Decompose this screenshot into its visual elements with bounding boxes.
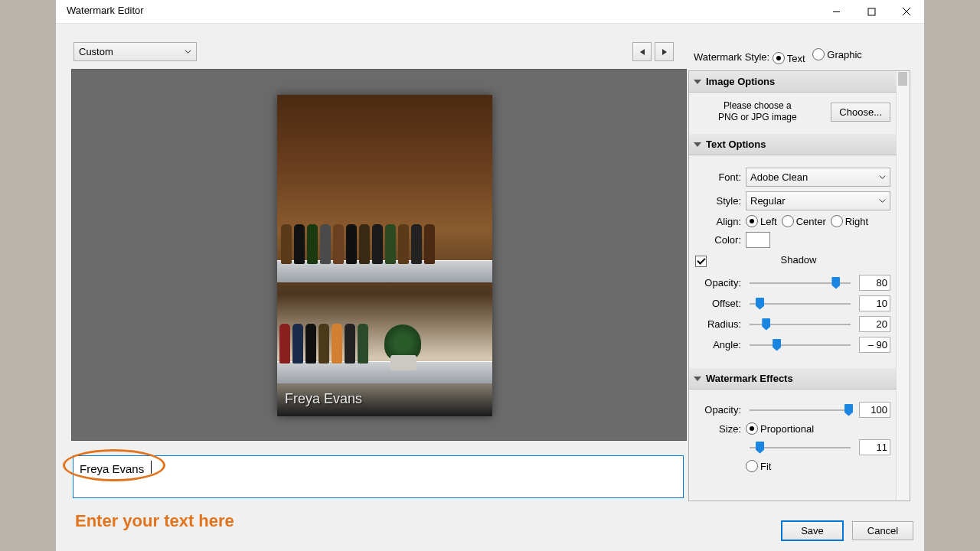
svg-marker-5 bbox=[662, 49, 667, 55]
close-button[interactable] bbox=[889, 0, 924, 23]
style-graphic-radio[interactable]: Graphic bbox=[812, 48, 862, 60]
shadow-opacity-slider[interactable] bbox=[747, 276, 853, 290]
photo-pot bbox=[390, 355, 416, 370]
triangle-left-icon bbox=[639, 48, 645, 56]
chevron-down-icon bbox=[879, 174, 886, 181]
font-dropdown[interactable]: Adobe Clean bbox=[746, 168, 890, 187]
preset-value: Custom bbox=[79, 46, 113, 57]
save-button[interactable]: Save bbox=[782, 521, 843, 540]
align-center-label: Center bbox=[796, 216, 826, 227]
window-buttons bbox=[818, 0, 924, 23]
radio-dot-icon bbox=[831, 215, 843, 227]
preview-nav bbox=[632, 42, 674, 61]
color-swatch[interactable] bbox=[746, 232, 770, 248]
size-fit-radio[interactable]: Fit bbox=[746, 460, 771, 472]
image-options-header[interactable]: Image Options bbox=[689, 71, 897, 93]
chevron-down-icon bbox=[185, 48, 191, 55]
shadow-checkbox[interactable] bbox=[695, 256, 707, 267]
watermark-text-field[interactable] bbox=[78, 460, 678, 477]
shadow-angle-slider[interactable] bbox=[747, 338, 853, 352]
disclosure-triangle-icon bbox=[694, 80, 701, 84]
preview-photo: Freya Evans bbox=[277, 95, 492, 416]
preset-dropdown[interactable]: Custom bbox=[74, 42, 197, 61]
radio-dot-icon bbox=[812, 48, 825, 60]
svg-rect-1 bbox=[868, 8, 875, 15]
radio-dot-icon bbox=[746, 215, 758, 227]
minimize-icon bbox=[832, 8, 841, 16]
image-options-title: Image Options bbox=[706, 76, 775, 87]
shadow-offset-slider[interactable] bbox=[747, 297, 853, 311]
shadow-radius-value[interactable]: 20 bbox=[859, 316, 890, 332]
align-label: Align: bbox=[695, 216, 746, 227]
angle-label: Angle: bbox=[695, 339, 746, 350]
next-button[interactable] bbox=[655, 42, 674, 61]
choose-button[interactable]: Choose... bbox=[831, 103, 890, 122]
triangle-right-icon bbox=[662, 48, 668, 56]
minimize-button[interactable] bbox=[818, 0, 854, 23]
disclosure-triangle-icon bbox=[694, 142, 701, 147]
shadow-radius-slider[interactable] bbox=[747, 318, 853, 331]
options-panel: Image Options Please choose aPNG or JPG … bbox=[688, 70, 910, 501]
watermark-effects-header[interactable]: Watermark Effects bbox=[689, 368, 897, 390]
preview-area: Freya Evans bbox=[71, 69, 687, 441]
style-text-radio[interactable]: Text bbox=[773, 52, 805, 64]
maximize-icon bbox=[867, 8, 876, 16]
align-left-radio[interactable]: Left bbox=[746, 215, 777, 227]
photo-bottles bbox=[277, 223, 454, 264]
choose-instructions: Please choose aPNG or JPG image bbox=[718, 100, 797, 123]
watermark-effects-title: Watermark Effects bbox=[706, 373, 793, 384]
app-window: Watermark Editor Custom Watermark Style:… bbox=[56, 0, 924, 551]
style-graphic-label: Graphic bbox=[827, 49, 862, 60]
shadow-angle-value[interactable]: – 90 bbox=[859, 337, 890, 353]
shadow-opacity-value[interactable]: 80 bbox=[859, 275, 890, 291]
style-text-label: Text bbox=[787, 53, 805, 64]
photo-shelf bbox=[277, 361, 492, 383]
svg-marker-4 bbox=[640, 49, 645, 55]
panel-scrollbar[interactable] bbox=[896, 71, 910, 500]
image-options-section: Image Options Please choose aPNG or JPG … bbox=[689, 71, 897, 134]
dialog-footer: Save Cancel bbox=[782, 521, 913, 540]
radio-dot-icon bbox=[773, 52, 785, 64]
shadow-offset-value[interactable]: 10 bbox=[859, 295, 890, 311]
effects-opacity-label: Opacity: bbox=[695, 404, 746, 416]
font-style-value: Regular bbox=[750, 195, 786, 207]
close-icon bbox=[902, 7, 911, 16]
font-style-dropdown[interactable]: Regular bbox=[746, 191, 890, 210]
text-options-header[interactable]: Text Options bbox=[689, 134, 897, 155]
size-label: Size: bbox=[695, 423, 746, 435]
window-title: Watermark Editor bbox=[67, 5, 144, 16]
style-label: Style: bbox=[695, 195, 746, 207]
text-caret bbox=[151, 461, 152, 474]
size-value[interactable]: 11 bbox=[859, 439, 890, 455]
effects-opacity-value[interactable]: 100 bbox=[859, 402, 890, 418]
size-proportional-label: Proportional bbox=[760, 423, 814, 435]
effects-opacity-slider[interactable] bbox=[747, 403, 853, 417]
font-label: Font: bbox=[695, 171, 746, 183]
watermark-style-group: Watermark Style: Text Graphic bbox=[694, 48, 867, 64]
disclosure-triangle-icon bbox=[694, 377, 701, 381]
cancel-button[interactable]: Cancel bbox=[852, 521, 913, 540]
color-label: Color: bbox=[695, 234, 746, 246]
radius-label: Radius: bbox=[695, 318, 746, 330]
radio-dot-icon bbox=[746, 422, 758, 435]
align-center-radio[interactable]: Center bbox=[782, 215, 826, 227]
opacity-label: Opacity: bbox=[695, 277, 746, 289]
watermark-text-input[interactable] bbox=[73, 455, 684, 498]
size-fit-label: Fit bbox=[760, 461, 771, 472]
prev-button[interactable] bbox=[632, 42, 652, 61]
font-value: Adobe Clean bbox=[750, 171, 808, 183]
radio-dot-icon bbox=[782, 215, 794, 227]
radio-dot-icon bbox=[746, 460, 758, 472]
align-right-radio[interactable]: Right bbox=[831, 215, 868, 227]
annotation-hint: Enter your text here bbox=[75, 511, 234, 531]
titlebar: Watermark Editor bbox=[56, 0, 924, 24]
size-proportional-radio[interactable]: Proportional bbox=[746, 422, 814, 435]
watermark-style-label: Watermark Style: bbox=[694, 51, 769, 63]
size-slider[interactable] bbox=[747, 441, 853, 455]
chevron-down-icon bbox=[879, 197, 886, 204]
scroll-thumb[interactable] bbox=[898, 72, 907, 86]
maximize-button[interactable] bbox=[854, 0, 889, 23]
offset-label: Offset: bbox=[695, 298, 746, 309]
watermark-overlay: Freya Evans bbox=[285, 391, 362, 407]
align-right-label: Right bbox=[845, 216, 868, 227]
